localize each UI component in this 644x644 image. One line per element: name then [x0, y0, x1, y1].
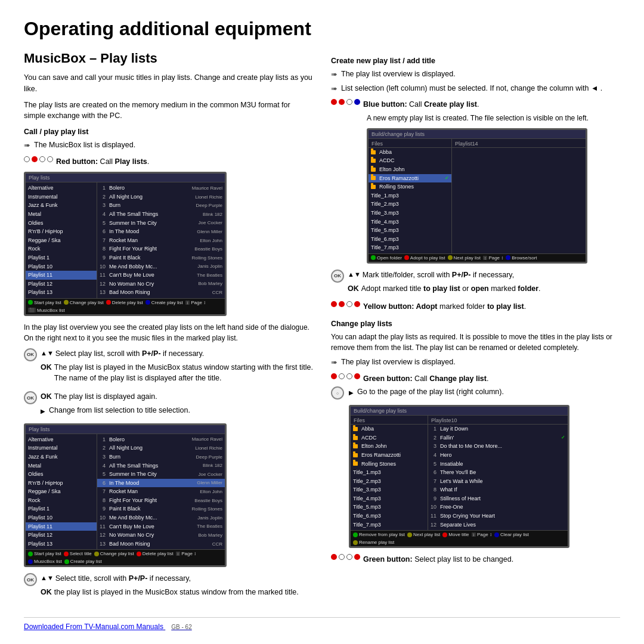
s4-r7: 7Let's Wait a While	[428, 477, 568, 486]
s2-item-rnb: R'n'B / HipHop	[26, 479, 97, 488]
screen1-title: Play lists	[26, 174, 225, 182]
intro-p1: You can save and call your music titles …	[24, 72, 313, 95]
s4-t5: Title_5.mp3	[351, 503, 428, 512]
s4-t6: Title_6.mp3	[351, 512, 428, 521]
s3-t1: Title_1.mp3	[369, 191, 451, 200]
s1-r9: 9Paint It BlackRolling Stones	[97, 253, 225, 262]
updown-icon-r: ▲▼	[348, 270, 361, 280]
updown-icon-3: ▲▼	[41, 573, 54, 583]
ok-button-2[interactable]: OK	[24, 391, 37, 404]
screen2-content: Alternative Instrumental Jazz & Funk Met…	[26, 434, 225, 550]
change-bullet-1: ➠ The play list overview is displayed.	[331, 357, 620, 369]
green-button2-label: Green button:	[363, 555, 413, 564]
left-column: MusicBox – Play lists You can save and c…	[24, 51, 313, 605]
updown-bullet-3: ▲▼ Select title, scroll with P+/P- if ne…	[41, 573, 313, 584]
f3-browse: Browse/sort	[506, 255, 537, 261]
screen1-left: Alternative Instrumental Jazz & Funk Met…	[26, 182, 97, 298]
s1-r4: 4All The Small ThingsBlink 182	[97, 210, 225, 219]
ok-right-content: ▲▼ Mark title/folder, scroll with P+/P- …	[348, 270, 620, 297]
s1-item-alternative: Alternative	[26, 184, 97, 193]
s1-r13: 13Bad Moon RisingCCR	[97, 288, 225, 297]
screen1-right: 1BoleroMaurice Ravel 2All Night LongLion…	[97, 182, 225, 298]
s3-abba: Abba	[369, 148, 451, 157]
footer-musicbox: ⬛ MusicBox list	[28, 308, 65, 313]
ok-section-right: OK ▲▼ Mark title/folder, scroll with P+/…	[331, 270, 620, 297]
s2-r5: 5Summer In The CityJoe Cocker	[97, 470, 225, 479]
updown-bullet-1: ▲▼ Select play list, scroll with P+/P- i…	[41, 348, 313, 360]
f4-remove: Remove from play list	[353, 532, 405, 537]
create-bullet-1: ➠ The play list overview is displayed.	[331, 69, 620, 80]
s2-item-inst: Instrumental	[26, 444, 97, 453]
f4-page: ↕ Page ↕	[472, 532, 492, 537]
ok-section-2: OK OK The play list is displayed again. …	[24, 391, 313, 419]
screen1-content: Alternative Instrumental Jazz & Funk Met…	[26, 182, 225, 298]
ok-section-1: OK ▲▼ Select play list, scroll with P+/P…	[24, 348, 313, 386]
screen4-left: Files Abba ACDC Elton John Eros Ramazzot…	[351, 416, 428, 530]
s3-elton: Elton John	[369, 165, 451, 174]
dot-r	[331, 99, 337, 105]
ok-button-3[interactable]: OK	[24, 573, 37, 586]
f2-start: Start play list	[28, 551, 61, 556]
updown-text-1: Select play list, scroll with P+/P- if n…	[55, 348, 205, 360]
s2-r7: 7Rocket ManElton John	[97, 487, 225, 496]
s2-item-pl13: Playlist 13	[26, 540, 97, 549]
s1-item-pl11: Playlist 11	[26, 271, 97, 280]
red-button-label: Red button:	[56, 157, 98, 166]
red-button-row: Red button: Call Play lists.	[24, 156, 313, 168]
go-to-page-bullet: ▶ Go to the page of the play list (right…	[349, 386, 504, 398]
screen3-right: Playlist14	[452, 139, 586, 253]
s1-item-pl1: Playlist 1	[26, 253, 97, 262]
ok-label-1: OK	[41, 362, 52, 373]
s1-r3: 3BurnDeep Purple	[97, 201, 225, 210]
s2-item-metal: Metal	[26, 462, 97, 470]
s4-r3: 3Do that to Me One More...	[428, 442, 568, 451]
dot-yr	[331, 301, 337, 307]
s4-r10: 10Free-One	[428, 503, 568, 512]
s1-r1: 1BoleroMaurice Ravel	[97, 184, 225, 193]
screen4-title: Build/change play lists	[351, 407, 568, 416]
ok-label-3: OK	[41, 587, 52, 598]
dot-yr3	[354, 301, 360, 307]
s1-r10: 10Me And Bobby Mc...Janis Joplin	[97, 262, 225, 271]
screen2-right: 1BoleroMaurice Ravel 2All Night LongLion…	[97, 434, 225, 550]
s3-t5: Title_5.mp3	[369, 226, 451, 235]
f3-open: Open folder	[371, 255, 402, 261]
change-bullet: ▶ Change from list selection to title se…	[41, 405, 313, 416]
tv-screen-4: Build/change play lists Files Abba ACDC …	[349, 405, 569, 548]
screen2-left: Alternative Instrumental Jazz & Funk Met…	[26, 434, 97, 550]
ok-button-right[interactable]: OK	[331, 270, 344, 283]
s1-item-jazz: Jazz & Funk	[26, 201, 97, 210]
s2-r2: 2All Night LongLionel Richie	[97, 444, 225, 453]
screen3-left-header: Files	[369, 140, 451, 148]
s3-t6: Title_6.mp3	[369, 235, 451, 244]
arrow-icon-r1: ➠	[331, 69, 338, 80]
dot-b	[354, 99, 360, 105]
s2-item-rock: Rock	[26, 496, 97, 505]
s2-r1: 1BoleroMaurice Ravel	[97, 435, 225, 444]
ok-button-1[interactable]: OK	[24, 348, 37, 361]
dot-r2	[339, 99, 345, 105]
arrow-icon-r2: ➠	[331, 83, 338, 95]
s4-r6: 6There You'll Be	[428, 468, 568, 477]
dot-g2o2	[346, 554, 352, 560]
colored-dots-green	[331, 373, 360, 379]
ok-text-2: OK The play list is displayed again.	[41, 391, 313, 402]
tv-screen-1: Play lists Alternative Instrumental Jazz…	[24, 172, 227, 316]
s1-item-pl10: Playlist 10	[26, 262, 97, 271]
yellow-button-text: to play list	[487, 302, 524, 311]
updown-text-r: Mark title/folder, scroll with P+/P- if …	[363, 270, 514, 281]
dot-yo	[346, 301, 352, 307]
s4-t4: Title_4.mp3	[351, 494, 428, 503]
s1-item-oldies: Oldies	[26, 219, 97, 228]
s1-r8: 8Fight For Your RightBeastie Boys	[97, 244, 225, 253]
ok-section-3: OK ▲▼ Select title, scroll with P+/P- if…	[24, 573, 313, 600]
s2-r10: 10Me And Bobby Mc...Janis Joplin	[97, 513, 225, 522]
ok-text-3: OK the play list is played in the MusicB…	[41, 587, 313, 598]
blue-button-label: Blue button:	[363, 100, 407, 109]
s1-r7: 7Rocket ManElton John	[97, 236, 225, 245]
screen4-content: Files Abba ACDC Elton John Eros Ramazzot…	[351, 416, 568, 530]
screen1-footer: Start play list Change play list Delete …	[26, 298, 225, 314]
footer-link[interactable]: Downloaded From TV-Manual.com Manuals	[24, 623, 163, 631]
s1-r2: 2All Night LongLionel Richie	[97, 193, 225, 202]
ok-text-1: OK The play list is played in the MusicB…	[41, 362, 313, 385]
